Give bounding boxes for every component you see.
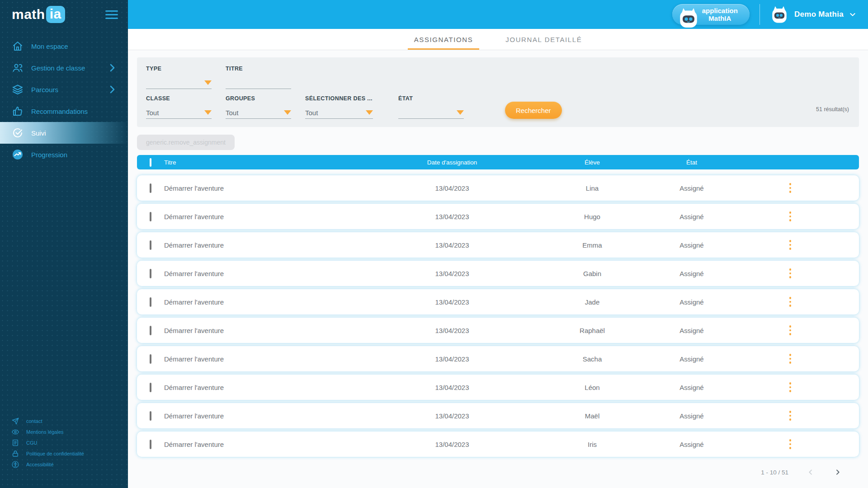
table-header: Titre Date d'assignation Élève État — [137, 155, 859, 169]
row-actions-cell — [741, 352, 859, 366]
table-row: Démarrer l'aventure 13/04/2023 Iris Assi… — [137, 432, 859, 457]
dropdown-arrow-icon — [204, 80, 212, 85]
rechercher-button[interactable]: Rechercher — [505, 102, 562, 119]
row-menu-button[interactable] — [741, 210, 839, 223]
table-row: Démarrer l'aventure 13/04/2023 Jade Assi… — [137, 289, 859, 314]
filter-etat-select[interactable] — [398, 107, 464, 119]
row-status: Assigné — [642, 270, 741, 277]
row-checkbox-cell — [137, 270, 164, 277]
column-header-eleve: Élève — [542, 159, 642, 166]
row-actions-cell — [741, 238, 859, 252]
content-area: TYPE TITRE CLASSE — [128, 50, 868, 488]
row-date: 13/04/2023 — [362, 327, 542, 334]
hamburger-menu-icon[interactable] — [105, 10, 118, 19]
row-actions-cell — [741, 324, 859, 337]
footer-link-accessibilite[interactable]: Accessibilité — [12, 459, 128, 470]
pagination-next-button[interactable] — [833, 467, 843, 477]
row-checkbox[interactable] — [150, 269, 151, 278]
results-count: 51 résultat(s) — [816, 106, 849, 113]
row-title: Démarrer l'aventure — [164, 327, 362, 334]
row-menu-button[interactable] — [741, 295, 839, 309]
sidebar-item-progression[interactable]: Progression — [0, 144, 128, 165]
sidebar-item-recommandations[interactable]: Recommandations — [0, 100, 128, 122]
pagination-prev-button[interactable] — [806, 467, 816, 477]
app-window: mathia Mon espace Gestion de classe — [0, 0, 868, 488]
row-menu-button[interactable] — [741, 409, 839, 422]
row-checkbox[interactable] — [150, 240, 151, 250]
filter-selectionner-select[interactable]: Tout — [305, 107, 373, 119]
row-student: Iris — [542, 441, 642, 448]
chevron-right-icon — [834, 469, 841, 476]
users-icon — [12, 62, 24, 74]
row-title: Démarrer l'aventure — [164, 184, 362, 192]
sidebar-item-gestion-de-classe[interactable]: Gestion de classe — [0, 57, 128, 79]
chevron-right-icon — [106, 62, 118, 74]
row-checkbox-cell — [137, 241, 164, 249]
row-menu-button[interactable] — [741, 380, 839, 394]
row-checkbox-cell — [137, 384, 164, 391]
row-checkbox[interactable] — [150, 354, 151, 364]
topbar: application MathIA Demo Mathia — [128, 0, 868, 29]
row-menu-button[interactable] — [741, 267, 839, 280]
robot-mascot-icon — [677, 6, 700, 29]
sidebar-item-suivi[interactable]: Suivi — [0, 122, 128, 144]
row-date: 13/04/2023 — [362, 384, 542, 391]
filter-type-select[interactable] — [146, 77, 212, 89]
row-checkbox[interactable] — [150, 440, 151, 449]
row-title: Démarrer l'aventure — [164, 412, 362, 420]
sidebar-item-mon-espace[interactable]: Mon espace — [0, 35, 128, 57]
main-area: application MathIA Demo Mathia ASSIGN — [128, 0, 868, 488]
row-checkbox-cell — [137, 327, 164, 334]
footer-link-mentions-legales[interactable]: Mentions légales — [12, 427, 128, 437]
row-checkbox[interactable] — [150, 297, 151, 307]
row-menu-button[interactable] — [741, 324, 839, 337]
footer-link-label: contact — [26, 418, 42, 424]
remove-assignment-button[interactable]: generic.remove_assignment — [137, 135, 235, 150]
row-checkbox[interactable] — [150, 411, 151, 421]
thumb-up-icon — [12, 105, 24, 117]
filter-etat-label: ÉTAT — [398, 95, 464, 102]
filter-classe-select[interactable]: Tout — [146, 107, 212, 119]
row-menu-button[interactable] — [741, 437, 839, 451]
sidebar-item-parcours[interactable]: Parcours — [0, 79, 128, 100]
row-status: Assigné — [642, 241, 741, 249]
footer-link-contact[interactable]: contact — [12, 416, 128, 427]
application-mathia-button[interactable]: application MathIA — [672, 4, 750, 25]
filter-titre-input[interactable] — [226, 77, 291, 89]
filter-type: TYPE — [146, 66, 212, 89]
row-date: 13/04/2023 — [362, 412, 542, 420]
tab-journal-detaille[interactable]: JOURNAL DETAILLÉ — [499, 29, 588, 50]
row-student: Hugo — [542, 213, 642, 221]
row-checkbox[interactable] — [150, 326, 151, 335]
filter-titre-label: TITRE — [226, 66, 291, 72]
row-actions-cell — [741, 409, 859, 422]
row-date: 13/04/2023 — [362, 184, 542, 192]
tab-assignations[interactable]: ASSIGNATIONS — [408, 29, 480, 50]
row-menu-button[interactable] — [741, 181, 839, 195]
column-header-titre: Titre — [164, 159, 362, 166]
row-checkbox[interactable] — [150, 183, 151, 193]
filter-groupes-select[interactable]: Tout — [226, 107, 291, 119]
table-body: Démarrer l'aventure 13/04/2023 Lina Assi… — [137, 175, 859, 460]
filter-selectionner: SÉLECTIONNER DES ... Tout — [305, 95, 373, 119]
row-status: Assigné — [642, 384, 741, 391]
select-all-checkbox[interactable] — [150, 158, 151, 167]
row-menu-button[interactable] — [741, 238, 839, 252]
row-student: Jade — [542, 298, 642, 306]
pagination: 1 - 10 / 51 — [137, 460, 859, 477]
accessibility-icon — [12, 461, 19, 468]
row-status: Assigné — [642, 327, 741, 334]
footer-link-label: CGU — [26, 440, 37, 446]
user-menu[interactable]: Demo Mathia — [770, 5, 856, 24]
home-icon — [12, 40, 24, 52]
row-date: 13/04/2023 — [362, 298, 542, 306]
footer-link-politique-confidentialite[interactable]: Politique de confidentialité — [12, 448, 128, 459]
filter-classe: CLASSE Tout — [146, 95, 212, 119]
row-checkbox[interactable] — [150, 212, 151, 221]
filter-row-2: CLASSE Tout GROUPES Tout — [146, 95, 849, 119]
row-checkbox[interactable] — [150, 383, 151, 392]
row-menu-button[interactable] — [741, 352, 839, 366]
row-title: Démarrer l'aventure — [164, 384, 362, 391]
footer-link-label: Mentions légales — [26, 429, 64, 435]
footer-link-cgu[interactable]: CGU — [12, 437, 128, 448]
